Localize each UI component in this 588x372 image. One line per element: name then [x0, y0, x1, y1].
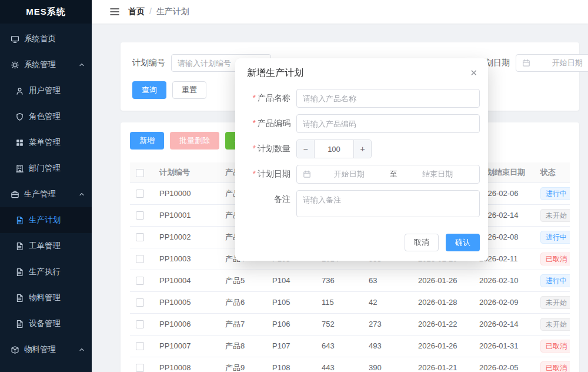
product-code-input[interactable] — [296, 114, 480, 133]
dialog-header: 新增生产计划 ✕ — [235, 58, 488, 84]
box-icon — [11, 346, 19, 354]
required-asterisk: * — [253, 169, 256, 178]
header-status: 状态 — [534, 162, 570, 182]
cell-product-name: 产品6 — [219, 291, 266, 313]
sidebar-item-material-mgmt[interactable]: 物料管理 — [0, 285, 92, 311]
add-button[interactable]: 新增 — [130, 132, 164, 150]
sidebar-item-production-mgmt[interactable]: 生产管理 — [0, 181, 92, 207]
sidebar-item-production-plan[interactable]: 生产计划 — [0, 207, 92, 233]
status-badge: 已取消 — [540, 361, 570, 372]
shield-icon — [15, 112, 24, 121]
increase-button[interactable]: + — [353, 140, 371, 158]
cell-plan-no: PP10008 — [153, 357, 219, 372]
cell-done-qty: 42 — [363, 291, 412, 313]
cell-end-date: 2026-02-10 — [473, 270, 534, 291]
cell-done-qty: 63 — [363, 270, 412, 291]
row-checkbox[interactable] — [136, 211, 144, 220]
sidebar-item-system-mgmt[interactable]: 系统管理 — [0, 52, 92, 78]
product-name-input[interactable] — [296, 89, 480, 108]
cell-end-date: 2026-02-09 — [473, 291, 534, 313]
sidebar-item-label: 用户管理 — [29, 85, 61, 96]
calendar-icon — [303, 170, 311, 178]
range-end-placeholder: 结束日期 — [402, 169, 474, 180]
cell-start-date: 2026-01-28 — [412, 291, 473, 313]
batch-delete-button[interactable]: 批量删除 — [170, 132, 219, 150]
select-all-checkbox[interactable] — [136, 169, 144, 177]
header-plan-no: 计划编号 — [153, 162, 219, 182]
cell-product-name: 产品9 — [219, 357, 266, 372]
row-checkbox[interactable] — [136, 342, 144, 350]
range-start-placeholder: 开始日期 — [313, 169, 385, 180]
status-badge: 未开始 — [540, 209, 570, 222]
cell-plan-no: PP10001 — [153, 204, 219, 226]
row-checkbox[interactable] — [136, 255, 144, 263]
cell-end-date: 2026-02-14 — [473, 313, 534, 335]
chevron-up-icon — [79, 347, 85, 353]
hamburger-icon[interactable] — [109, 6, 120, 17]
building-icon — [15, 164, 24, 173]
status-badge: 已取消 — [540, 340, 570, 353]
remark-label: 备注 — [247, 190, 296, 205]
plan-date-filter: 计划日期 开始日期 至 结束日期 — [477, 54, 588, 72]
breadcrumb-home[interactable]: 首页 — [128, 6, 145, 16]
status-badge: 进行中 — [540, 187, 570, 200]
breadcrumb-current: 生产计划 — [156, 6, 189, 16]
chevron-up-icon — [79, 62, 85, 68]
table-row[interactable]: PP10005 产品6 P105 115 42 2026-01-28 2026-… — [130, 291, 570, 313]
breadcrumb: 首页 / 生产计划 — [128, 6, 189, 17]
cell-plan-no: PP10007 — [153, 335, 219, 357]
table-row[interactable]: PP10004 产品5 P104 736 63 2026-01-26 2026-… — [130, 270, 570, 291]
sidebar-item-user-mgmt[interactable]: 用户管理 — [0, 78, 92, 104]
sidebar-item-equipment-mgmt[interactable]: 设备管理 — [0, 311, 92, 337]
confirm-button[interactable]: 确认 — [446, 234, 480, 251]
chevron-up-icon — [79, 191, 85, 197]
cell-plan-qty: 736 — [316, 270, 363, 291]
table-row[interactable]: PP10006 产品7 P106 752 273 2026-01-22 2026… — [130, 313, 570, 335]
sidebar-item-system-home[interactable]: 系统首页 — [0, 26, 92, 52]
cell-start-date: 2026-01-22 — [412, 313, 473, 335]
required-asterisk: * — [253, 118, 256, 128]
table-row[interactable]: PP10008 产品9 P108 443 390 2026-01-21 2026… — [130, 357, 570, 372]
sidebar-item-production-exec[interactable]: 生产执行 — [0, 259, 92, 285]
document-icon — [15, 242, 24, 251]
sidebar-item-label: 角色管理 — [29, 111, 61, 122]
decrease-button[interactable]: − — [297, 140, 315, 158]
cell-plan-qty: 752 — [316, 313, 363, 335]
cell-product-code: P108 — [266, 357, 316, 372]
reset-button[interactable]: 重置 — [172, 81, 206, 99]
cell-plan-no: PP10000 — [153, 182, 219, 204]
table-row[interactable]: PP10007 产品8 P107 643 493 2026-01-26 2026… — [130, 335, 570, 357]
quantity-input[interactable] — [315, 140, 353, 158]
row-checkbox[interactable] — [136, 277, 144, 285]
cell-plan-qty: 115 — [316, 291, 363, 313]
row-checkbox[interactable] — [136, 364, 144, 372]
sidebar-item-material-group[interactable]: 物料管理 — [0, 337, 92, 363]
remark-textarea[interactable] — [296, 190, 480, 217]
required-asterisk: * — [253, 144, 256, 153]
row-checkbox[interactable] — [136, 190, 144, 198]
cancel-button[interactable]: 取消 — [405, 234, 439, 251]
plan-date-range-picker[interactable]: 开始日期 至 结束日期 — [516, 54, 588, 72]
briefcase-icon — [11, 190, 19, 199]
row-checkbox[interactable] — [136, 298, 144, 307]
breadcrumb-separator: / — [149, 6, 152, 16]
document-icon — [15, 268, 24, 277]
sidebar-item-dept-mgmt[interactable]: 部门管理 — [0, 155, 92, 181]
sidebar-item-work-order-mgmt[interactable]: 工单管理 — [0, 233, 92, 259]
cell-start-date: 2026-01-21 — [412, 357, 473, 372]
cell-product-code: P107 — [266, 335, 316, 357]
cell-product-name: 产品8 — [219, 335, 266, 357]
plan-qty-label: *计划数量 — [247, 144, 296, 154]
sidebar-item-role-mgmt[interactable]: 角色管理 — [0, 104, 92, 129]
cell-product-code: P104 — [266, 270, 316, 291]
dialog-body: *产品名称 *产品编码 *计划数量 − + *计划日期 开始日期 至 结 — [235, 84, 488, 217]
row-checkbox[interactable] — [136, 320, 144, 328]
sidebar-item-label: 物料管理 — [24, 344, 56, 355]
status-badge: 未开始 — [540, 318, 570, 331]
plan-date-range-picker[interactable]: 开始日期 至 结束日期 — [296, 165, 480, 184]
search-button[interactable]: 查询 — [132, 81, 166, 99]
row-checkbox[interactable] — [136, 233, 144, 241]
sidebar-item-label: 系统首页 — [24, 34, 56, 44]
sidebar-item-menu-mgmt[interactable]: 菜单管理 — [0, 129, 92, 155]
close-icon[interactable]: ✕ — [469, 67, 479, 78]
